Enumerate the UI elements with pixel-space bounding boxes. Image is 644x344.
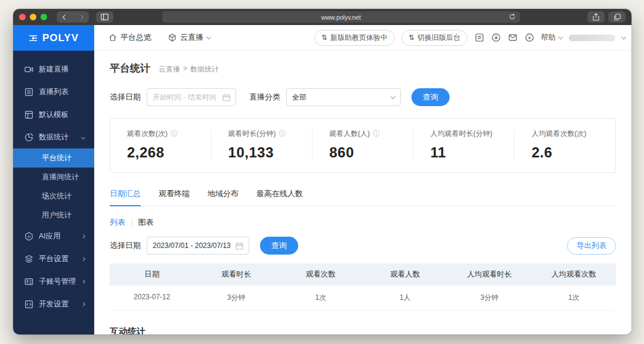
chevron-down-icon[interactable] <box>621 34 626 39</box>
switch-old-backend-button[interactable]: ⇅ 切换旧版后台 <box>401 30 467 46</box>
view-list-link[interactable]: 列表 <box>110 217 125 228</box>
breadcrumb-separator: > <box>183 64 187 75</box>
sidebar-subitem-platform-stats[interactable]: 平台统计 <box>13 148 94 168</box>
sidebar-item-platform-settings[interactable]: 平台设置 <box>13 247 94 270</box>
logo-block[interactable]: POLYV <box>13 25 94 51</box>
history-nav <box>57 11 89 23</box>
date-range-input[interactable]: 开始时间 - 结束时间 <box>147 88 236 106</box>
sidebar-item-label: 平台设置 <box>39 254 69 264</box>
view-chart-link[interactable]: 图表 <box>138 217 153 228</box>
table-header: 日期 <box>110 264 194 286</box>
sidebar-subitem-room-stats[interactable]: 直播间统计 <box>13 168 94 187</box>
sidebar-subitem-label: 场次统计 <box>42 191 72 202</box>
tab-devices[interactable]: 观看终端 <box>159 188 190 206</box>
table-cell-date: 2023-07-12 <box>110 286 194 311</box>
nav-platform-overview[interactable]: 平台总览 <box>109 32 151 43</box>
nav-label: 云直播 <box>180 32 203 43</box>
sidebar-item-label: 新建直播 <box>39 64 69 75</box>
table-header: 观看时长 <box>194 264 279 286</box>
sidebar-item-default-template[interactable]: 默认模板 <box>13 103 94 126</box>
svg-text:¥: ¥ <box>527 35 531 41</box>
stat-label: 观看人数(人) <box>329 129 370 139</box>
table-header: 观看次数 <box>278 264 363 286</box>
sidebar-item-label: 子账号管理 <box>39 277 76 287</box>
stat-card-views: 观看次数(次)ⓘ 2,268 <box>110 129 211 161</box>
breadcrumb-item: 数据统计 <box>190 64 219 75</box>
sidebar-item-live-list[interactable]: 直播列表 <box>13 80 94 103</box>
stat-card-avg-duration: 人均观看时长(分钟) 11 <box>413 129 515 161</box>
tab-regions[interactable]: 地域分布 <box>208 188 239 206</box>
account-name-redacted[interactable] <box>569 35 615 41</box>
billing-icon[interactable]: ¥ <box>524 33 534 43</box>
breadcrumb-item[interactable]: 云直播 <box>159 64 180 75</box>
query-button[interactable]: 查询 <box>260 237 298 255</box>
category-filter-label: 直播分类 <box>249 92 280 103</box>
reload-icon[interactable] <box>509 13 516 20</box>
sidebar-toggle-button[interactable] <box>96 11 113 23</box>
id-card-icon <box>24 277 33 286</box>
back-button[interactable] <box>57 11 73 23</box>
tab-date-summary[interactable]: 日期汇总 <box>110 188 141 206</box>
pill-label: 切换旧版后台 <box>417 33 460 43</box>
sidebar-item-dev-settings[interactable]: 开发设置 <box>13 293 94 315</box>
download-icon[interactable] <box>491 33 501 43</box>
info-icon[interactable]: ⓘ <box>279 129 286 139</box>
menu-collapse-icon[interactable] <box>29 35 38 42</box>
orders-icon[interactable] <box>474 33 484 43</box>
list-icon <box>24 88 33 97</box>
sidebar-subitem-label: 用户统计 <box>42 210 72 221</box>
code-icon <box>24 300 33 309</box>
stat-value: 11 <box>431 144 515 161</box>
minimize-window-button[interactable] <box>30 14 36 20</box>
info-icon[interactable]: ⓘ <box>373 129 380 139</box>
zoom-window-button[interactable] <box>41 14 47 20</box>
stat-value: 860 <box>329 144 413 161</box>
stats-panel: 观看次数(次)ⓘ 2,268 观看时长(分钟)ⓘ 10,133 观看人数(人)ⓘ… <box>110 118 616 173</box>
sidebar-subitem-session-stats[interactable]: 场次统计 <box>13 187 94 206</box>
stat-value: 2.6 <box>531 144 615 161</box>
help-menu[interactable]: 帮助 <box>541 33 562 43</box>
table-cell-viewers: 1人 <box>363 286 448 311</box>
address-bar[interactable]: www.polyv.net <box>162 11 520 23</box>
category-selected-value: 全部 <box>292 92 391 103</box>
home-icon <box>109 33 117 42</box>
app-topbar: 平台总览 云直播 ⇅ 新版助教页体验中 <box>94 25 631 51</box>
share-button[interactable] <box>587 11 605 23</box>
polyv-logo: POLYV <box>42 32 79 44</box>
date-range-input-filled[interactable]: 2023/07/01 - 2023/07/13 <box>147 237 249 255</box>
mail-icon[interactable] <box>507 33 518 43</box>
layers-icon <box>24 255 33 264</box>
sidebar-item-label: 默认模板 <box>39 110 69 120</box>
sidebar-item-ai-apps[interactable]: AI AI应用 <box>13 225 94 247</box>
tab-overview-button[interactable] <box>608 11 626 23</box>
date-filter-label: 选择日期 <box>110 92 141 103</box>
browser-chrome: www.polyv.net <box>13 9 631 25</box>
calendar-icon <box>222 94 230 101</box>
table-cell-duration: 3分钟 <box>194 286 279 311</box>
sidebar-item-new-live[interactable]: 新建直播 <box>13 58 94 80</box>
view-toggle-separator: | <box>131 218 132 227</box>
table-row: 2023-07-12 3分钟 1次 1人 3分钟 1次 <box>110 286 616 311</box>
forward-button[interactable] <box>73 11 89 23</box>
sidebar-item-subaccount[interactable]: 子账号管理 <box>13 270 94 293</box>
pill-label: 新版助教页体验中 <box>330 33 388 43</box>
sidebar-item-label: 开发设置 <box>39 299 69 309</box>
calendar-icon <box>236 242 243 250</box>
info-icon[interactable]: ⓘ <box>171 129 178 139</box>
query-button[interactable]: 查询 <box>411 88 450 106</box>
sidebar: POLYV 新建直播 直播列表 <box>13 25 94 334</box>
table-header: 人均观看时长 <box>447 264 532 286</box>
date-range-value: 2023/07/01 - 2023/07/13 <box>153 241 236 250</box>
page-title: 平台统计 <box>110 61 150 75</box>
ai-icon: AI <box>24 232 33 241</box>
sidebar-item-data-stats[interactable]: 数据统计 <box>13 126 94 148</box>
nav-cloud-live[interactable]: 云直播 <box>168 32 210 43</box>
close-window-button[interactable] <box>19 14 26 20</box>
stat-label: 人均观看次数(次) <box>531 129 586 139</box>
category-select[interactable]: 全部 <box>286 88 401 106</box>
cube-icon <box>168 33 177 42</box>
tab-max-online[interactable]: 最高在线人数 <box>256 188 303 206</box>
export-list-button[interactable]: 导出列表 <box>567 237 616 255</box>
new-version-toggle-button[interactable]: ⇅ 新版助教页体验中 <box>314 30 395 46</box>
sidebar-subitem-user-stats[interactable]: 用户统计 <box>13 206 94 225</box>
